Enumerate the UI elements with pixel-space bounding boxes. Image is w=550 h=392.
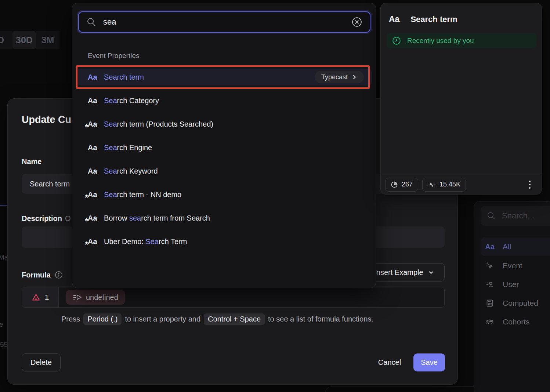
typecast-badge[interactable]: Typecast [315,71,364,83]
chart-line-fragment [0,205,8,206]
text-type-icon: Aa [389,14,399,24]
typecast-token-icon [73,293,82,301]
property-list: Aa* Search term Typecast Aa* Search Cate… [77,69,372,257]
section-label: Event Properties [88,52,139,60]
search-icon [86,17,97,27]
sidebar-item-all[interactable]: Aa All [481,237,550,256]
formula-hint: Press Period (.) to insert a property an… [61,313,373,325]
cursor-click-icon [485,261,495,270]
time-range-tabs: D 30D 3M [0,31,59,49]
detail-footer: 267 15.45K [381,174,542,195]
calculator-icon [485,299,495,308]
property-search-dropdown: sea Event Properties Aa* Search term Typ… [72,3,376,288]
kbd-control-space: Control + Space [204,313,265,325]
warning-icon [32,293,40,302]
search-input[interactable]: sea [78,11,370,33]
clock-icon [392,36,401,46]
axis-label-fragment: e [0,320,3,329]
chevron-right-icon [351,74,357,80]
property-list-item[interactable]: Aa* Borrow search term from Search [77,210,372,226]
sidebar-item-user[interactable]: User [481,275,550,294]
text-type-icon: Aa* [88,144,99,152]
text-type-icon: Aa* [88,120,99,128]
sidebar-search-input[interactable]: Search... [481,206,550,226]
property-detail-panel: Aa Search term Recently used by you 267 … [380,3,542,195]
sidebar-search-placeholder: Search... [502,211,534,221]
optional-hint: O [65,214,71,222]
text-type-icon: Aa* [88,190,99,199]
save-button[interactable]: Save [413,353,445,371]
formula-input[interactable]: undefined [59,287,444,307]
app-root: D 30D 3M May e 55 Search... Aa All Event [0,0,550,392]
sidebar-item-cohorts[interactable]: Cohorts [481,313,550,331]
text-type-icon: Aa* [88,214,99,222]
description-label: DescriptionO [22,214,71,223]
property-list-item[interactable]: Aa* Search term - NN demo [77,186,372,203]
sidebar-item-event[interactable]: Event [481,257,550,275]
property-list-item[interactable]: Aa* Uber Demo: Search Term [77,233,372,250]
formula-error-count: 1 [22,287,59,307]
text-type-icon: Aa* [88,73,99,81]
text-type-icon: Aa* [88,237,99,246]
activity-icon [428,181,436,189]
tab-d[interactable]: D [0,31,12,49]
search-query: sea [103,17,351,27]
distinct-count-pill[interactable]: 267 [385,178,418,192]
delete-button[interactable]: Delete [22,353,61,371]
clear-icon[interactable] [351,17,362,28]
recently-used-badge: Recently used by you [387,33,536,48]
user-icon [485,280,495,289]
detail-title: Search term [410,15,457,24]
kbd-period: Period (.) [83,313,122,325]
text-type-icon: Aa* [88,167,99,175]
text-type-icon: Aa* [88,97,99,105]
kebab-menu-icon[interactable] [529,181,531,189]
undefined-token[interactable]: undefined [66,290,125,305]
chevron-down-icon [428,269,434,276]
modal-title: Update Cu [22,114,71,126]
name-label: Name [22,157,41,166]
search-icon [486,211,496,220]
pie-chart-icon [391,181,398,188]
formula-label: Formula [22,271,63,279]
volume-pill[interactable]: 15.45K [422,178,466,192]
insert-example-button[interactable]: Insert Example [364,263,445,282]
axis-label-fragment: 55 [0,341,8,349]
property-type-sidebar: Search... Aa All Event User Computed [474,201,550,392]
property-list-item[interactable]: Aa* Search Category [77,92,372,109]
formula-editor: 1 undefined [22,287,445,308]
cohorts-icon [485,317,495,326]
text-type-icon: Aa [485,243,495,251]
property-list-item[interactable]: Aa* Search term Typecast [77,69,372,86]
property-list-item[interactable]: Aa* Search term (Products Searched) [77,116,372,133]
tab-3m[interactable]: 3M [36,31,59,49]
cancel-button[interactable]: Cancel [369,353,410,371]
property-list-item[interactable]: Aa* Search Engine [77,139,372,156]
tab-30d[interactable]: 30D [12,31,36,49]
sidebar-item-computed[interactable]: Computed [481,294,550,312]
info-icon[interactable] [54,271,63,279]
property-list-item[interactable]: Aa* Search Keyword [77,163,372,179]
